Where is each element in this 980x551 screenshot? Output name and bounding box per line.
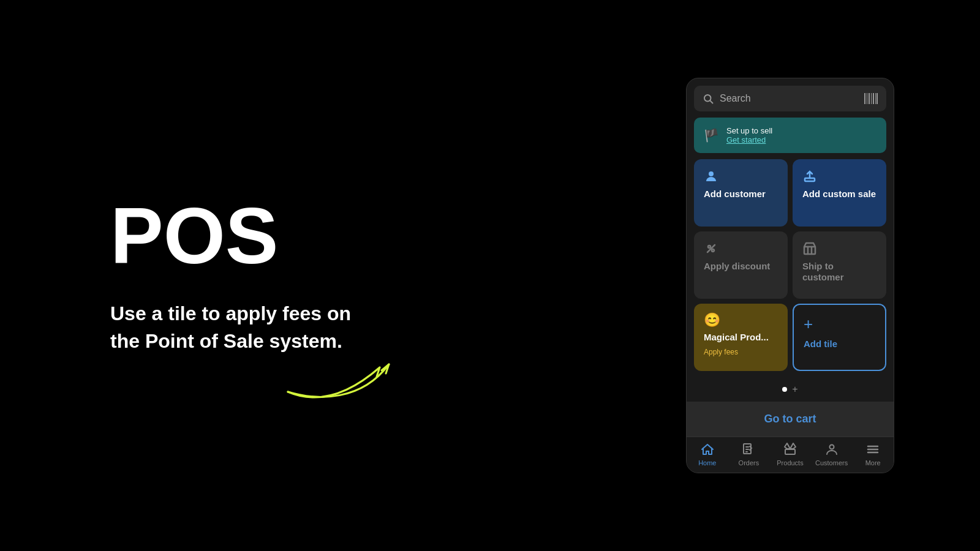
nav-label-orders: Orders — [739, 459, 760, 467]
person-icon — [704, 169, 718, 184]
apply-discount-label: Apply discount — [704, 261, 770, 272]
home-icon — [700, 442, 715, 457]
flag-icon: 🏴 — [704, 128, 719, 143]
svg-rect-2 — [864, 93, 865, 104]
page-dot-add[interactable]: + — [792, 384, 797, 394]
products-icon — [783, 442, 797, 457]
nav-item-orders[interactable]: Orders — [732, 442, 766, 467]
upload-icon — [802, 169, 817, 184]
svg-point-19 — [829, 445, 834, 449]
go-to-cart-button[interactable]: Go to cart — [687, 402, 894, 437]
setup-text: Set up to sell Get started — [726, 126, 772, 144]
add-customer-label: Add customer — [704, 189, 766, 200]
bottom-nav: Home Orders Products Customers — [687, 437, 894, 473]
svg-rect-4 — [869, 93, 870, 104]
emoji-icon: 😊 — [704, 313, 720, 327]
tile-add-customer[interactable]: Add customer — [694, 159, 788, 227]
percent-icon — [704, 241, 718, 256]
tile-add-custom-sale[interactable]: Add custom sale — [793, 159, 886, 227]
setup-title: Set up to sell — [726, 126, 772, 135]
barcode-icon — [864, 93, 878, 104]
nav-item-more[interactable]: More — [856, 442, 890, 467]
svg-rect-6 — [873, 93, 874, 104]
svg-rect-7 — [875, 93, 876, 104]
nav-label-home: Home — [698, 459, 716, 467]
search-icon — [703, 93, 714, 104]
pos-title: POS — [110, 196, 368, 276]
svg-rect-14 — [804, 247, 815, 254]
add-custom-sale-label: Add custom sale — [802, 189, 876, 200]
add-tile-label: Add tile — [804, 339, 837, 349]
setup-banner[interactable]: 🏴 Set up to sell Get started — [694, 118, 886, 153]
arrow-container — [282, 343, 441, 404]
search-placeholder: Search — [720, 93, 751, 104]
tile-magical-prod[interactable]: 😊 Magical Prod... Apply fees — [694, 304, 788, 371]
nav-item-customers[interactable]: Customers — [815, 442, 848, 467]
svg-point-11 — [708, 246, 710, 248]
svg-rect-5 — [871, 93, 872, 104]
nav-item-home[interactable]: Home — [690, 442, 724, 467]
search-left: Search — [703, 93, 751, 104]
search-bar[interactable]: Search — [694, 86, 886, 111]
orders-icon — [741, 442, 756, 457]
tiles-grid: Add customer Add custom sale Apply disco… — [694, 159, 886, 371]
nav-label-products: Products — [777, 459, 803, 467]
nav-label-more: More — [865, 459, 881, 467]
svg-rect-18 — [785, 449, 795, 454]
svg-point-12 — [712, 249, 714, 252]
tile-ship-to-customer[interactable]: Ship to customer — [793, 231, 886, 299]
tile-add-tile[interactable]: + Add tile — [793, 304, 886, 371]
arrow-illustration — [282, 343, 441, 404]
left-content: POS Use a tile to apply fees on the Poin… — [110, 196, 368, 355]
apply-fees-sublabel: Apply fees — [704, 348, 738, 356]
pos-panel: Search 🏴 Set up to sell Get started — [686, 78, 894, 473]
page-dot-active[interactable] — [782, 387, 787, 392]
get-started-link[interactable]: Get started — [726, 135, 772, 144]
svg-line-1 — [710, 100, 712, 103]
more-icon — [865, 442, 880, 457]
ship-to-customer-label: Ship to customer — [802, 261, 876, 283]
tile-apply-discount[interactable]: Apply discount — [694, 231, 788, 299]
svg-point-9 — [709, 171, 714, 176]
svg-rect-8 — [876, 93, 878, 104]
svg-rect-3 — [867, 93, 867, 104]
pagination: + — [694, 377, 886, 402]
add-icon: + — [804, 315, 813, 334]
nav-label-customers: Customers — [815, 459, 848, 467]
nav-item-products[interactable]: Products — [773, 442, 807, 467]
box-icon — [802, 241, 817, 256]
customers-icon — [824, 442, 839, 457]
magical-prod-label: Magical Prod... — [704, 332, 769, 343]
svg-rect-10 — [805, 178, 815, 181]
